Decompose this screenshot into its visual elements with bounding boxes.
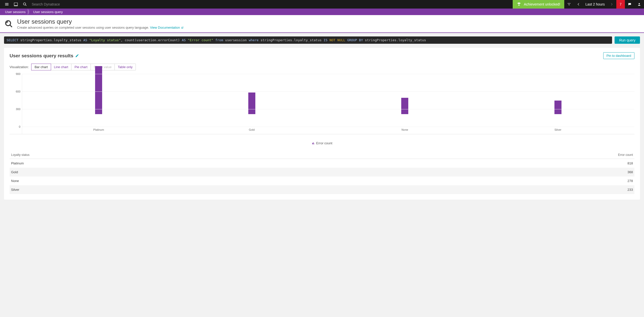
- x-label: Gold: [249, 128, 255, 131]
- chart-legend: Error count: [10, 141, 634, 145]
- documentation-link[interactable]: View Documentation: [150, 26, 184, 29]
- x-label: None: [401, 128, 408, 131]
- cell-loyalty: Silver: [10, 185, 350, 194]
- breadcrumb-item[interactable]: User sessions query: [31, 10, 65, 14]
- x-label: Silver: [554, 128, 561, 131]
- page-subtitle: Create advanced queries on completed use…: [17, 26, 184, 29]
- cell-loyalty: Gold: [10, 168, 350, 176]
- bar[interactable]: [248, 93, 255, 114]
- achievement-banner[interactable]: Achievement unlocked!: [513, 0, 564, 9]
- viz-tab-single-value: Single value: [91, 64, 115, 70]
- cell-loyalty: Platinum: [10, 159, 350, 168]
- page-title: User sessions query: [17, 18, 184, 25]
- search-input[interactable]: [32, 2, 97, 6]
- svg-point-1: [639, 3, 640, 4]
- svg-point-0: [23, 3, 26, 5]
- viz-tab-bar-chart[interactable]: Bar chart: [31, 64, 51, 70]
- bar[interactable]: [554, 101, 561, 114]
- cell-loyalty: None: [10, 176, 350, 185]
- svg-point-2: [6, 21, 11, 26]
- top-nav: Achievement unlocked! Last 2 hours 7: [0, 0, 644, 9]
- menu-icon[interactable]: [5, 2, 9, 7]
- problems-badge[interactable]: 7: [616, 0, 625, 9]
- x-label: Platinum: [93, 128, 104, 131]
- chat-icon[interactable]: [625, 0, 634, 9]
- dashboards-icon[interactable]: [14, 2, 18, 7]
- results-table: Loyalty status Error count Platinum818Go…: [10, 151, 634, 194]
- bar[interactable]: [401, 98, 408, 114]
- achievement-label: Achievement unlocked!: [524, 2, 560, 6]
- y-tick: 0: [19, 125, 20, 128]
- visualization-selector: Visualization: Bar chart Line chart Pie …: [10, 64, 634, 70]
- time-range-selector[interactable]: Last 2 hours: [583, 0, 607, 9]
- results-title: User sessions query results: [10, 53, 79, 59]
- cell-count: 818: [350, 159, 634, 168]
- bar[interactable]: [95, 66, 102, 114]
- breadcrumb-item[interactable]: User sessions: [3, 10, 28, 14]
- table-row[interactable]: Platinum818: [10, 159, 634, 168]
- cell-count: 368: [350, 168, 634, 176]
- bar-chart-icon: [312, 142, 315, 145]
- run-query-button[interactable]: Run query: [615, 36, 640, 44]
- time-prev-icon[interactable]: [574, 0, 583, 9]
- viz-tab-table-only[interactable]: Table only: [115, 64, 136, 70]
- time-next-icon[interactable]: [607, 0, 616, 9]
- pin-to-dashboard-button[interactable]: Pin to dashboard: [603, 52, 634, 59]
- cell-count: 278: [350, 176, 634, 185]
- page-header: User sessions query Create advanced quer…: [0, 15, 644, 33]
- query-icon: [5, 20, 13, 28]
- y-tick: 600: [16, 90, 20, 93]
- y-tick: 900: [16, 72, 20, 75]
- table-header-error-count[interactable]: Error count: [350, 151, 634, 159]
- breadcrumb: User sessions User sessions query: [0, 9, 644, 15]
- search-icon[interactable]: [23, 2, 27, 7]
- filter-icon[interactable]: [564, 0, 574, 9]
- viz-tab-pie-chart[interactable]: Pie chart: [71, 64, 91, 70]
- cell-count: 233: [350, 185, 634, 194]
- edit-icon[interactable]: [75, 54, 79, 58]
- results-panel: User sessions query results Pin to dashb…: [4, 48, 640, 200]
- query-row: SELECT stringProperties.loyalty_status A…: [0, 33, 644, 44]
- query-editor[interactable]: SELECT stringProperties.loyalty_status A…: [4, 36, 612, 44]
- table-row[interactable]: None278: [10, 176, 634, 185]
- viz-tab-line-chart[interactable]: Line chart: [51, 64, 71, 70]
- table-row[interactable]: Silver233: [10, 185, 634, 194]
- table-row[interactable]: Gold368: [10, 168, 634, 176]
- bar-chart: 0300600900 PlatinumGoldNoneSilver: [10, 74, 634, 134]
- user-icon[interactable]: [634, 0, 644, 9]
- y-tick: 300: [16, 108, 20, 111]
- table-header-loyalty[interactable]: Loyalty status: [10, 151, 350, 159]
